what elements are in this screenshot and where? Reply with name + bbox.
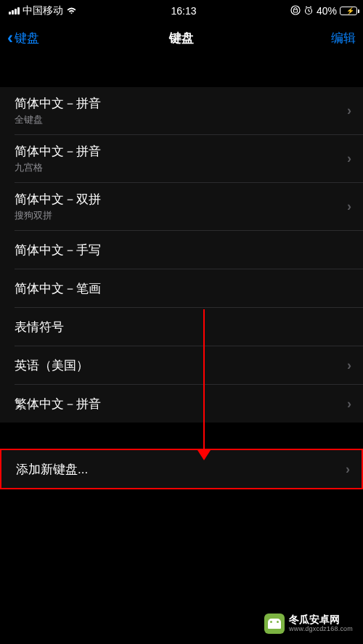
add-keyboard-button[interactable]: 添加新键盘... › xyxy=(1,450,362,488)
keyboard-row-shuangpin[interactable]: 简体中文－双拼 搜狗双拼 › xyxy=(0,183,363,230)
nav-bar: ‹ 键盘 键盘 编辑 xyxy=(0,22,363,54)
keyboard-row-english-us[interactable]: 英语（美国） › xyxy=(0,346,363,384)
keyboard-title: 简体中文－拼音 xyxy=(15,143,101,160)
add-keyboard-section: 添加新键盘... › xyxy=(0,449,363,489)
watermark-logo-icon xyxy=(264,614,285,634)
keyboard-list: 简体中文－拼音 全键盘 › 简体中文－拼音 九宫格 › 简体中文－双拼 搜狗双拼… xyxy=(0,87,363,423)
watermark-title: 冬瓜安卓网 xyxy=(289,614,353,625)
annotation-arrow-line xyxy=(203,309,205,456)
chevron-right-icon: › xyxy=(347,103,351,118)
add-keyboard-label: 添加新键盘... xyxy=(16,461,88,478)
edit-button[interactable]: 编辑 xyxy=(331,30,356,46)
keyboard-row-emoji[interactable]: 表情符号 xyxy=(0,308,363,346)
battery-percent: 40% xyxy=(317,5,337,17)
chevron-right-icon: › xyxy=(347,199,351,214)
keyboard-row-handwriting[interactable]: 简体中文－手写 xyxy=(0,231,363,269)
keyboard-title: 简体中文－拼音 xyxy=(15,95,101,112)
chevron-right-icon: › xyxy=(347,358,351,373)
wifi-icon xyxy=(66,7,77,15)
signal-icon xyxy=(9,7,20,15)
keyboard-row-stroke[interactable]: 简体中文－笔画 xyxy=(0,269,363,307)
keyboard-title: 简体中文－双拼 xyxy=(15,191,101,208)
watermark-url: www.dgxcdz168.com xyxy=(289,626,353,633)
annotation-arrow-head xyxy=(197,450,211,460)
page-title: 键盘 xyxy=(169,30,194,46)
keyboard-subtitle: 搜狗双拼 xyxy=(15,209,101,222)
watermark: 冬瓜安卓网 www.dgxcdz168.com xyxy=(264,614,353,634)
keyboard-title: 表情符号 xyxy=(15,319,64,335)
orientation-lock-icon xyxy=(290,5,301,17)
keyboard-subtitle: 全键盘 xyxy=(15,113,101,126)
status-time: 16:13 xyxy=(171,5,196,17)
status-bar: 中国移动 16:13 40% ⚡ xyxy=(0,0,363,22)
battery-icon xyxy=(340,7,359,15)
status-left: 中国移动 xyxy=(9,4,77,17)
back-label: 键盘 xyxy=(15,30,39,46)
back-button[interactable]: ‹ 键盘 xyxy=(7,28,39,48)
keyboard-title: 简体中文－笔画 xyxy=(15,280,101,297)
chevron-right-icon: › xyxy=(347,151,351,166)
status-right: 40% ⚡ xyxy=(290,5,354,17)
chevron-left-icon: ‹ xyxy=(7,28,13,48)
keyboard-title: 简体中文－手写 xyxy=(15,242,101,258)
keyboard-title: 英语（美国） xyxy=(15,357,89,374)
chevron-right-icon: › xyxy=(346,462,350,477)
svg-point-0 xyxy=(291,6,300,15)
carrier-label: 中国移动 xyxy=(23,4,63,17)
alarm-icon xyxy=(303,5,314,17)
keyboard-subtitle: 九宫格 xyxy=(15,161,101,174)
chevron-right-icon: › xyxy=(347,396,351,412)
keyboard-row-pinyin-full[interactable]: 简体中文－拼音 全键盘 › xyxy=(0,87,363,134)
keyboard-title: 繁体中文－拼音 xyxy=(15,396,101,412)
keyboard-row-traditional-pinyin[interactable]: 繁体中文－拼音 › xyxy=(0,385,363,423)
keyboard-row-pinyin-9grid[interactable]: 简体中文－拼音 九宫格 › xyxy=(0,135,363,182)
